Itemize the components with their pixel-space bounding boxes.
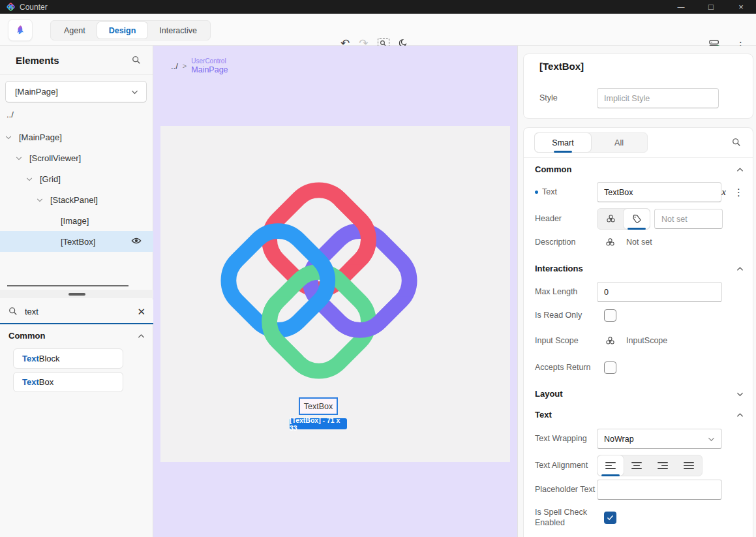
resource-binding-button[interactable] bbox=[597, 209, 624, 229]
chevron-right-icon: > bbox=[183, 62, 187, 70]
web-resource-icon[interactable] bbox=[597, 336, 623, 346]
more-options-icon[interactable]: ⋮ bbox=[734, 187, 744, 197]
minimize-button[interactable]: — bbox=[666, 0, 696, 14]
tree-item-label: [MainPage] bbox=[19, 132, 62, 142]
row-max-length: Max Length bbox=[535, 282, 744, 302]
tree-item-scrollviewer[interactable]: [ScrollViewer] bbox=[0, 147, 153, 168]
tab-label: All bbox=[614, 138, 624, 147]
tab-smart[interactable]: Smart bbox=[535, 133, 591, 152]
section-layout[interactable]: Layout bbox=[535, 389, 744, 399]
row-accepts-return: Accepts Return bbox=[535, 361, 744, 374]
accepts-return-label: Accepts Return bbox=[535, 362, 597, 373]
align-center-button[interactable] bbox=[624, 455, 650, 476]
search-icon bbox=[8, 307, 18, 316]
text-wrapping-select[interactable]: NoWrap bbox=[597, 429, 722, 449]
search-icon[interactable] bbox=[132, 55, 141, 65]
row-spell-check: Is Spell Check Enabled bbox=[535, 507, 744, 529]
match-text: Text bbox=[22, 354, 39, 363]
row-text: Text x ⋮ bbox=[535, 182, 744, 202]
section-title: Layout bbox=[535, 389, 563, 399]
web-resource-icon bbox=[606, 214, 616, 224]
panel-title: Elements bbox=[16, 55, 59, 66]
tab-all[interactable]: All bbox=[591, 133, 647, 152]
breadcrumb-current[interactable]: UserControl MainPage bbox=[191, 57, 228, 74]
tree-path[interactable]: ../ bbox=[7, 110, 14, 119]
app-logo-icon bbox=[7, 3, 15, 11]
section-common[interactable]: Common bbox=[535, 164, 744, 174]
header-input[interactable] bbox=[654, 209, 723, 229]
chevron-down-icon[interactable] bbox=[5, 135, 12, 140]
app-logo-image[interactable] bbox=[207, 169, 431, 392]
toolbox-section-common[interactable]: Common bbox=[8, 331, 145, 341]
spell-check-checkbox[interactable] bbox=[604, 512, 616, 524]
rocket-icon bbox=[14, 24, 27, 37]
literal-value-button[interactable] bbox=[624, 209, 650, 229]
clear-search-icon[interactable]: ✕ bbox=[137, 307, 145, 316]
root-page-dropdown[interactable]: [MainPage] bbox=[5, 81, 147, 102]
toolbox-item-textbox[interactable]: TextBox bbox=[13, 372, 123, 392]
style-input[interactable] bbox=[597, 88, 719, 108]
window-title: Counter bbox=[20, 3, 48, 12]
align-right-button[interactable] bbox=[650, 455, 676, 476]
breadcrumb-root[interactable]: ../ bbox=[171, 61, 178, 71]
chevron-down-icon[interactable] bbox=[37, 198, 43, 202]
accepts-return-checkbox[interactable] bbox=[604, 361, 616, 374]
chevron-down-icon[interactable] bbox=[26, 177, 33, 181]
design-canvas[interactable]: ../ > UserControl MainPage bbox=[153, 46, 517, 537]
tab-design[interactable]: Design bbox=[97, 22, 148, 38]
close-button[interactable]: × bbox=[726, 0, 756, 14]
eye-icon[interactable] bbox=[131, 237, 142, 245]
placeholder-text-input[interactable] bbox=[597, 480, 722, 500]
tree-item-mainpage[interactable]: [MainPage] bbox=[0, 127, 153, 147]
toolbox-item-textblock[interactable]: TextBlock bbox=[13, 348, 123, 369]
tree-item-label: [ScrollViewer] bbox=[29, 153, 81, 163]
chevron-up-icon bbox=[736, 412, 744, 418]
toolbox-search-input[interactable] bbox=[25, 307, 123, 316]
home-button[interactable] bbox=[8, 19, 33, 41]
elements-panel: Elements [MainPage] ../ [MainPage] [Scro… bbox=[0, 46, 153, 537]
text-label: Text bbox=[535, 187, 597, 197]
maximize-button[interactable]: □ bbox=[696, 0, 726, 14]
tab-interactive[interactable]: Interactive bbox=[147, 22, 209, 38]
placeholder-text-label: Placeholder Text bbox=[535, 484, 597, 495]
text-value-input[interactable] bbox=[597, 182, 721, 202]
text-alignment-group bbox=[597, 455, 703, 476]
tree-item-stackpanel[interactable]: [StackPanel] bbox=[0, 189, 153, 210]
search-icon[interactable] bbox=[732, 138, 741, 147]
tree-item-grid[interactable]: [Grid] bbox=[0, 168, 153, 189]
rest-text: Box bbox=[39, 377, 53, 387]
align-left-icon bbox=[605, 462, 616, 469]
spell-check-label: Is Spell Check Enabled bbox=[535, 507, 597, 529]
fx-binding-icon[interactable]: x bbox=[721, 187, 726, 198]
check-icon bbox=[607, 515, 614, 521]
section-interactions[interactable]: Interactions bbox=[535, 264, 744, 273]
row-input-scope: Input Scope InputScope bbox=[535, 335, 744, 346]
splitter-handle[interactable] bbox=[68, 293, 85, 296]
align-left-button[interactable] bbox=[597, 455, 624, 476]
tree-item-image[interactable]: [Image] bbox=[0, 210, 153, 231]
max-length-label: Max Length bbox=[535, 286, 597, 297]
web-resource-icon[interactable] bbox=[597, 238, 623, 247]
chevron-down-icon bbox=[736, 391, 744, 397]
control-name: MainPage bbox=[191, 65, 228, 74]
tab-agent[interactable]: Agent bbox=[52, 22, 97, 38]
toolbar: Agent Design Interactive ↶ ↷ bbox=[0, 14, 756, 46]
align-justify-button[interactable] bbox=[676, 455, 702, 476]
chevron-down-icon[interactable] bbox=[16, 156, 22, 161]
header-label: Header bbox=[535, 213, 597, 224]
tree-item-label: [Image] bbox=[61, 216, 89, 226]
panel-splitter[interactable] bbox=[0, 290, 153, 298]
section-text[interactable]: Text bbox=[535, 410, 744, 420]
description-value: Not set bbox=[626, 238, 652, 247]
artboard[interactable]: TextBox [TextBox] - 71 x 33 bbox=[160, 126, 510, 462]
modified-dot-icon bbox=[535, 191, 538, 194]
tree-item-textbox[interactable]: [TextBox] bbox=[0, 231, 153, 252]
selected-textbox-control[interactable]: TextBox bbox=[299, 397, 338, 415]
toolbox-search: ✕ bbox=[0, 299, 153, 324]
tab-label: Smart bbox=[552, 138, 573, 147]
input-scope-label: Input Scope bbox=[535, 335, 597, 346]
chevron-down-icon bbox=[131, 89, 138, 95]
read-only-checkbox[interactable] bbox=[604, 309, 616, 322]
max-length-input[interactable] bbox=[597, 282, 722, 302]
chevron-down-icon bbox=[708, 437, 715, 442]
